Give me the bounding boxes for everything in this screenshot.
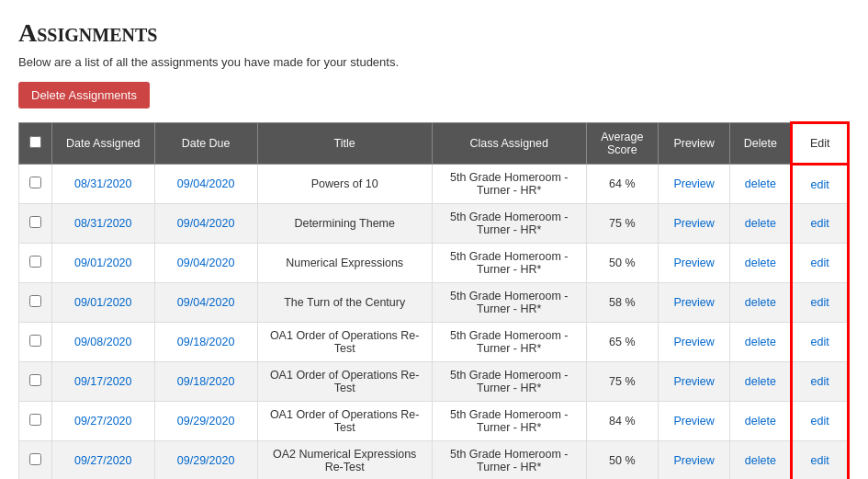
- header-delete: Delete: [730, 123, 792, 165]
- row-checkbox[interactable]: [29, 335, 41, 347]
- header-preview: Preview: [658, 123, 729, 165]
- header-date-due: Date Due: [154, 123, 257, 165]
- header-checkbox: [19, 123, 52, 165]
- row-preview-button[interactable]: Preview: [658, 283, 729, 323]
- row-delete-button[interactable]: delete: [730, 323, 792, 362]
- row-edit-button[interactable]: edit: [792, 402, 849, 441]
- table-row: 09/27/202009/29/2020OA1 Order of Operati…: [19, 402, 849, 441]
- table-row: 08/31/202009/04/2020Determining Theme5th…: [19, 204, 849, 244]
- row-title: OA2 Numerical Expressions Re-Test: [257, 441, 432, 480]
- row-checkbox-cell: [19, 244, 52, 283]
- row-date-assigned: 09/27/2020: [51, 402, 154, 441]
- page-subtitle: Below are a list of all the assignments …: [18, 55, 850, 69]
- select-all-checkbox[interactable]: [29, 136, 41, 148]
- row-average-score: 84 %: [586, 402, 658, 441]
- row-checkbox[interactable]: [29, 453, 41, 465]
- row-checkbox[interactable]: [29, 414, 41, 426]
- row-edit-button[interactable]: edit: [792, 204, 849, 244]
- row-preview-button[interactable]: Preview: [658, 165, 729, 204]
- row-checkbox[interactable]: [29, 177, 41, 188]
- row-edit-button[interactable]: edit: [792, 283, 849, 323]
- row-title: Determining Theme: [257, 204, 432, 244]
- row-date-due: 09/29/2020: [154, 441, 257, 480]
- table-row: 09/01/202009/04/2020Numerical Expression…: [19, 244, 849, 283]
- row-date-due: 09/04/2020: [154, 244, 257, 283]
- row-class-assigned: 5th Grade Homeroom - Turner - HR*: [432, 441, 586, 480]
- row-delete-button[interactable]: delete: [730, 362, 792, 402]
- row-checkbox-cell: [19, 283, 52, 323]
- row-title: OA1 Order of Operations Re-Test: [257, 402, 432, 441]
- row-preview-button[interactable]: Preview: [658, 244, 729, 283]
- assignments-table: Date Assigned Date Due Title Class Assig…: [18, 121, 850, 479]
- row-average-score: 58 %: [586, 283, 658, 323]
- table-row: 09/17/202009/18/2020OA1 Order of Operati…: [19, 362, 849, 402]
- row-preview-button[interactable]: Preview: [658, 441, 729, 480]
- row-date-assigned: 08/31/2020: [51, 204, 154, 244]
- row-delete-button[interactable]: delete: [730, 244, 792, 283]
- table-row: 09/01/202009/04/2020The Turn of the Cent…: [19, 283, 849, 323]
- row-title: OA1 Order of Operations Re-Test: [257, 323, 432, 362]
- row-average-score: 75 %: [586, 204, 658, 244]
- row-date-due: 09/04/2020: [154, 283, 257, 323]
- row-checkbox-cell: [19, 441, 52, 480]
- row-edit-button[interactable]: edit: [792, 362, 849, 402]
- row-date-due: 09/04/2020: [154, 165, 257, 204]
- page-title: Assignments: [18, 18, 850, 48]
- row-delete-button[interactable]: delete: [730, 204, 792, 244]
- row-average-score: 64 %: [586, 165, 658, 204]
- row-checkbox-cell: [19, 362, 52, 402]
- row-class-assigned: 5th Grade Homeroom - Turner - HR*: [432, 323, 586, 362]
- row-average-score: 65 %: [586, 323, 658, 362]
- row-checkbox-cell: [19, 165, 52, 204]
- table-row: 08/31/202009/04/2020Powers of 105th Grad…: [19, 165, 849, 204]
- row-title: Numerical Expressions: [257, 244, 432, 283]
- row-title: OA1 Order of Operations Re-Test: [257, 362, 432, 402]
- row-class-assigned: 5th Grade Homeroom - Turner - HR*: [432, 362, 586, 402]
- row-delete-button[interactable]: delete: [730, 441, 792, 480]
- row-checkbox-cell: [19, 323, 52, 362]
- row-preview-button[interactable]: Preview: [658, 323, 729, 362]
- header-average-score: Average Score: [586, 123, 658, 165]
- row-date-assigned: 08/31/2020: [51, 165, 154, 204]
- table-row: 09/27/202009/29/2020OA2 Numerical Expres…: [19, 441, 849, 480]
- row-delete-button[interactable]: delete: [730, 165, 792, 204]
- row-checkbox[interactable]: [29, 256, 41, 268]
- row-date-assigned: 09/27/2020: [51, 441, 154, 480]
- row-checkbox-cell: [19, 402, 52, 441]
- row-date-due: 09/29/2020: [154, 402, 257, 441]
- row-date-due: 09/18/2020: [154, 362, 257, 402]
- row-edit-button[interactable]: edit: [792, 441, 849, 480]
- row-class-assigned: 5th Grade Homeroom - Turner - HR*: [432, 402, 586, 441]
- row-checkbox[interactable]: [29, 374, 41, 386]
- row-edit-button[interactable]: edit: [792, 165, 849, 204]
- row-delete-button[interactable]: delete: [730, 402, 792, 441]
- row-date-due: 09/18/2020: [154, 323, 257, 362]
- row-checkbox-cell: [19, 204, 52, 244]
- table-row: 09/08/202009/18/2020OA1 Order of Operati…: [19, 323, 849, 362]
- row-class-assigned: 5th Grade Homeroom - Turner - HR*: [432, 204, 586, 244]
- row-date-assigned: 09/17/2020: [51, 362, 154, 402]
- row-date-assigned: 09/01/2020: [51, 283, 154, 323]
- row-checkbox[interactable]: [29, 295, 41, 307]
- row-average-score: 75 %: [586, 362, 658, 402]
- row-preview-button[interactable]: Preview: [658, 204, 729, 244]
- row-preview-button[interactable]: Preview: [658, 362, 729, 402]
- row-class-assigned: 5th Grade Homeroom - Turner - HR*: [432, 283, 586, 323]
- row-edit-button[interactable]: edit: [792, 244, 849, 283]
- row-title: The Turn of the Century: [257, 283, 432, 323]
- row-class-assigned: 5th Grade Homeroom - Turner - HR*: [432, 165, 586, 204]
- row-preview-button[interactable]: Preview: [658, 402, 729, 441]
- row-average-score: 50 %: [586, 244, 658, 283]
- row-delete-button[interactable]: delete: [730, 283, 792, 323]
- row-date-assigned: 09/01/2020: [51, 244, 154, 283]
- header-date-assigned: Date Assigned: [51, 123, 154, 165]
- delete-assignments-button[interactable]: Delete Assignments: [18, 82, 150, 108]
- row-class-assigned: 5th Grade Homeroom - Turner - HR*: [432, 244, 586, 283]
- row-checkbox[interactable]: [29, 216, 41, 228]
- row-date-due: 09/04/2020: [154, 204, 257, 244]
- row-average-score: 50 %: [586, 441, 658, 480]
- row-date-assigned: 09/08/2020: [51, 323, 154, 362]
- row-edit-button[interactable]: edit: [792, 323, 849, 362]
- header-class-assigned: Class Assigned: [432, 123, 586, 165]
- row-title: Powers of 10: [257, 165, 432, 204]
